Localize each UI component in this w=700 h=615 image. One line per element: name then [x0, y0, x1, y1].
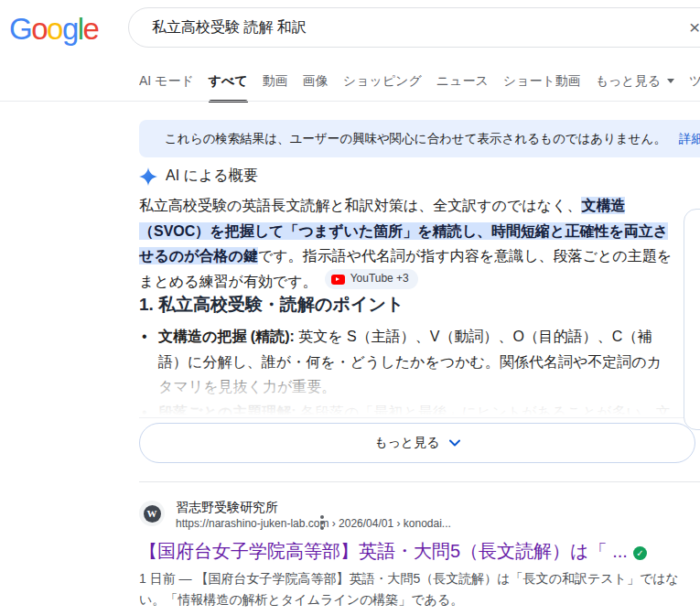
clear-search-icon[interactable]: ×: [689, 16, 700, 38]
section-heading: 1. 私立高校受験・読解のポイント: [139, 293, 404, 317]
tab-1[interactable]: すべて: [209, 73, 248, 102]
tab-2[interactable]: 動画: [263, 73, 288, 102]
result-title-text: 【国府台女子学院高等部】英語・大問5（長文読解）は「 ...: [139, 541, 628, 561]
notice-details-link[interactable]: 詳細: [679, 131, 700, 147]
chevron-down-icon: [449, 439, 460, 447]
tab-7[interactable]: もっと見る: [596, 73, 674, 102]
show-more-button[interactable]: もっと見る: [139, 423, 695, 463]
verified-check-icon: ✓: [633, 546, 647, 560]
result-title-link[interactable]: 【国府台女子学院高等部】英語・大問5（長文読解）は「 ...✓: [139, 539, 652, 564]
personalization-notice: これらの検索結果は、ユーザーの興味や関心に合わせて表示されるものではありません。…: [139, 120, 700, 157]
result-favicon[interactable]: W: [139, 501, 165, 526]
search-box[interactable]: 私立高校受験 読解 和訳 ×: [128, 7, 700, 48]
show-more-label: もっと見る: [374, 435, 439, 451]
result-menu-icon[interactable]: [320, 515, 324, 519]
result-site-name[interactable]: 習志野受験研究所: [176, 500, 278, 516]
sources-panel-edge[interactable]: [684, 209, 700, 430]
tabs-divider: [0, 101, 700, 102]
logo-letter: o: [31, 12, 47, 46]
result-snippet: 1 日前 — 【国府台女子学院高等部】英語・大問5（長文読解）は「長文の和訳テス…: [139, 568, 681, 610]
notice-text: これらの検索結果は、ユーザーの興味や関心に合わせて表示されるものではありません。: [165, 131, 666, 147]
search-input[interactable]: 私立高校受験 読解 和訳: [152, 18, 700, 38]
logo-letter: e: [83, 12, 99, 46]
youtube-icon: [331, 275, 345, 285]
tab-6[interactable]: ショート動画: [503, 73, 581, 102]
ai-overview-paragraph: 私立高校受験の英語長文読解と和訳対策は、全文訳すのではなく、文構造（SVOC）を…: [139, 193, 675, 294]
snippet-date: 1 日前 —: [139, 571, 195, 586]
chevron-down-icon: [667, 79, 674, 83]
tab-8[interactable]: ツール: [689, 73, 700, 102]
source-chip-label: YouTube +3: [350, 266, 409, 292]
logo-letter: G: [9, 12, 31, 46]
sparkle-icon: [139, 167, 157, 186]
tab-0[interactable]: AI モード: [139, 73, 194, 102]
paragraph-text: 私立高校受験の英語長文読解と和訳対策は、全文訳すのではなく、: [139, 198, 581, 213]
source-chip[interactable]: YouTube +3: [325, 269, 418, 289]
google-serp-page: Google 私立高校受験 読解 和訳 × AI モードすべて動画画像ショッピン…: [0, 0, 700, 615]
wordpress-icon: W: [144, 505, 161, 523]
ai-overview-header: AI による概要: [139, 167, 258, 186]
ai-overview-label: AI による概要: [166, 167, 258, 186]
tab-5[interactable]: ニュース: [436, 73, 489, 102]
result-breadcrumb-url[interactable]: https://narashino-juken-lab.com › 2026/0…: [176, 517, 451, 530]
logo-letter: o: [47, 12, 62, 46]
snippet-text: 【国府台女子学院高等部】英語・大問5（長文読解）は「長文の和訳テスト」ではない。…: [139, 571, 679, 607]
google-logo[interactable]: Google: [9, 12, 98, 47]
search-tabs: AI モードすべて動画画像ショッピングニュースショート動画もっと見るツール: [139, 73, 700, 102]
tab-4[interactable]: ショッピング: [343, 73, 422, 102]
bullet-lead: 文構造の把握 (精読):: [158, 329, 295, 344]
section-divider: [139, 481, 700, 482]
tab-3[interactable]: 画像: [303, 73, 328, 102]
logo-letter: g: [62, 12, 78, 46]
fade-divider: [139, 417, 696, 418]
list-item: 文構造の把握 (精読): 英文を S（主語）、V（動詞）、O（目的語）、C（補語…: [139, 324, 675, 400]
